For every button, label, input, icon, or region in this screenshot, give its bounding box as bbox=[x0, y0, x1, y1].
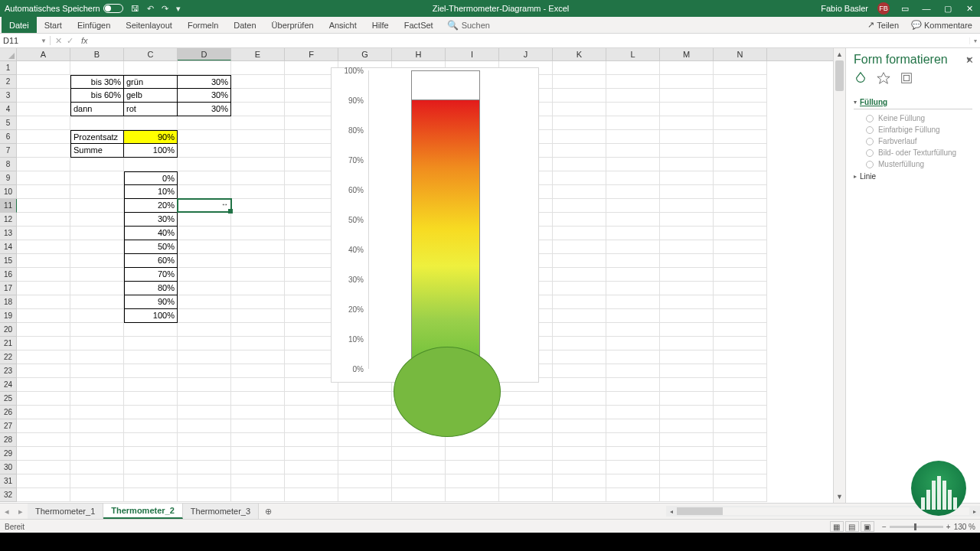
cell-B31[interactable] bbox=[70, 474, 124, 488]
view-pagelayout-icon[interactable]: ▤ bbox=[845, 521, 859, 532]
share-button[interactable]: ↗Teilen bbox=[861, 20, 905, 30]
cell-L23[interactable] bbox=[606, 364, 660, 378]
cell-D9[interactable] bbox=[178, 171, 231, 185]
cell-C21[interactable] bbox=[124, 337, 178, 350]
cell-E19[interactable] bbox=[231, 309, 285, 323]
row-header-30[interactable]: 30 bbox=[0, 461, 17, 474]
cell-B10[interactable] bbox=[70, 185, 124, 199]
cell-K9[interactable] bbox=[553, 171, 606, 185]
cell-L30[interactable] bbox=[606, 461, 660, 474]
cell-K29[interactable] bbox=[553, 447, 606, 461]
cell-D1[interactable] bbox=[178, 61, 231, 75]
cell-G30[interactable] bbox=[338, 461, 392, 474]
cell-I31[interactable] bbox=[446, 474, 499, 488]
cell-E17[interactable] bbox=[231, 282, 285, 295]
cell-D31[interactable] bbox=[178, 474, 231, 488]
maximize-icon[interactable]: ▢ bbox=[942, 4, 954, 14]
cell-I30[interactable] bbox=[446, 461, 499, 474]
col-header-E[interactable]: E bbox=[231, 48, 285, 60]
cell-D30[interactable] bbox=[178, 461, 231, 474]
cell-M7[interactable] bbox=[660, 144, 714, 158]
cell-F26[interactable] bbox=[285, 406, 338, 419]
tab-einfuegen[interactable]: Einfügen bbox=[70, 17, 118, 33]
cell-L3[interactable] bbox=[606, 89, 660, 103]
cell-N27[interactable] bbox=[714, 419, 767, 433]
cell-L29[interactable] bbox=[606, 447, 660, 461]
cell-A5[interactable] bbox=[17, 116, 70, 130]
cell-C1[interactable] bbox=[124, 61, 178, 75]
cell-M27[interactable] bbox=[660, 419, 714, 433]
cell-L16[interactable] bbox=[606, 268, 660, 282]
cell-N24[interactable] bbox=[714, 378, 767, 392]
cell-B25[interactable] bbox=[70, 392, 124, 406]
cell-B7[interactable]: Summe bbox=[70, 144, 124, 158]
cell-L15[interactable] bbox=[606, 254, 660, 268]
cell-C6[interactable]: 90% bbox=[124, 130, 178, 144]
cell-M5[interactable] bbox=[660, 116, 714, 130]
cell-A32[interactable] bbox=[17, 488, 70, 502]
thermometer-bulb[interactable] bbox=[394, 347, 501, 437]
spreadsheet-grid[interactable]: ABCDEFGHIJKLMN 12bis 30%grün30%3bis 60%g… bbox=[0, 48, 833, 503]
tab-daten[interactable]: Daten bbox=[226, 17, 263, 33]
cell-E20[interactable] bbox=[231, 323, 285, 337]
cell-N17[interactable] bbox=[714, 282, 767, 295]
cell-B30[interactable] bbox=[70, 461, 124, 474]
expand-formula-bar-icon[interactable]: ▾ bbox=[969, 37, 980, 44]
cell-G27[interactable] bbox=[338, 419, 392, 433]
cell-A10[interactable] bbox=[17, 185, 70, 199]
row-header-1[interactable]: 1 bbox=[0, 61, 17, 75]
cell-K8[interactable] bbox=[553, 158, 606, 171]
cell-D23[interactable] bbox=[178, 364, 231, 378]
cell-L11[interactable] bbox=[606, 199, 660, 213]
user-avatar[interactable]: FB bbox=[877, 2, 890, 15]
cell-D22[interactable] bbox=[178, 350, 231, 364]
cell-F28[interactable] bbox=[285, 433, 338, 447]
cell-C4[interactable]: rot bbox=[124, 103, 178, 116]
cell-L6[interactable] bbox=[606, 130, 660, 144]
row-header-2[interactable]: 2 bbox=[0, 75, 17, 89]
cell-L18[interactable] bbox=[606, 295, 660, 309]
tab-start[interactable]: Start bbox=[37, 17, 70, 33]
cell-A29[interactable] bbox=[17, 447, 70, 461]
cell-A23[interactable] bbox=[17, 364, 70, 378]
cell-K18[interactable] bbox=[553, 295, 606, 309]
cell-A11[interactable] bbox=[17, 199, 70, 213]
cell-C24[interactable] bbox=[124, 378, 178, 392]
cell-N9[interactable] bbox=[714, 171, 767, 185]
col-header-D[interactable]: D bbox=[178, 48, 231, 60]
cell-N16[interactable] bbox=[714, 268, 767, 282]
row-header-12[interactable]: 12 bbox=[0, 213, 17, 227]
cell-E4[interactable] bbox=[231, 103, 285, 116]
cell-A25[interactable] bbox=[17, 392, 70, 406]
row-header-3[interactable]: 3 bbox=[0, 89, 17, 103]
cell-N21[interactable] bbox=[714, 337, 767, 350]
cell-A7[interactable] bbox=[17, 144, 70, 158]
cell-L25[interactable] bbox=[606, 392, 660, 406]
vertical-scrollbar[interactable]: ▲ ▼ bbox=[833, 48, 845, 503]
cell-D7[interactable] bbox=[178, 144, 231, 158]
fill-option[interactable]: Farbverlauf bbox=[854, 135, 972, 147]
cell-B1[interactable] bbox=[70, 61, 124, 75]
cell-N28[interactable] bbox=[714, 433, 767, 447]
cell-A6[interactable] bbox=[17, 130, 70, 144]
cell-N25[interactable] bbox=[714, 392, 767, 406]
zoom-in-icon[interactable]: + bbox=[946, 523, 951, 531]
cell-D32[interactable] bbox=[178, 488, 231, 502]
cell-N11[interactable] bbox=[714, 199, 767, 213]
minimize-icon[interactable]: — bbox=[920, 4, 933, 13]
cell-C23[interactable] bbox=[124, 364, 178, 378]
cell-N18[interactable] bbox=[714, 295, 767, 309]
select-all-corner[interactable] bbox=[0, 48, 17, 60]
cell-K28[interactable] bbox=[553, 433, 606, 447]
col-header-K[interactable]: K bbox=[553, 48, 606, 60]
cell-L10[interactable] bbox=[606, 185, 660, 199]
cell-F29[interactable] bbox=[285, 447, 338, 461]
cell-C15[interactable]: 60% bbox=[124, 254, 178, 268]
cell-K21[interactable] bbox=[553, 337, 606, 350]
cell-M14[interactable] bbox=[660, 240, 714, 254]
cell-N10[interactable] bbox=[714, 185, 767, 199]
row-header-32[interactable]: 32 bbox=[0, 488, 17, 502]
cell-C2[interactable]: grün bbox=[124, 75, 178, 89]
row-header-19[interactable]: 19 bbox=[0, 309, 17, 323]
cell-A4[interactable] bbox=[17, 103, 70, 116]
